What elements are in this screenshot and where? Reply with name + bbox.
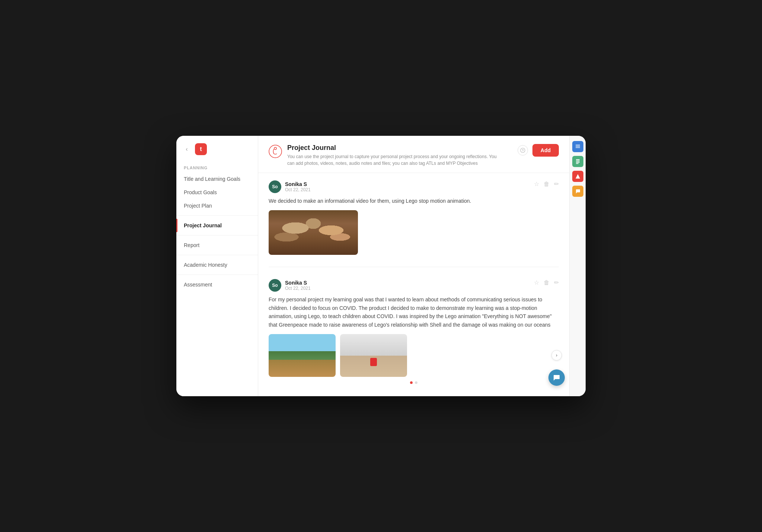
project-journal-icon bbox=[269, 145, 282, 158]
sidebar-divider-4 bbox=[176, 275, 258, 275]
svg-rect-10 bbox=[576, 163, 579, 164]
sidebar-item-report[interactable]: Report bbox=[176, 238, 258, 252]
star-icon-2[interactable]: ☆ bbox=[534, 279, 539, 286]
journal-content: So Sonika S Oct 22, 2021 ☆ 🗑 ✏ We decide… bbox=[258, 173, 569, 396]
sidebar-divider-2 bbox=[176, 235, 258, 235]
pagination-dots bbox=[269, 381, 559, 384]
entry-image-2a bbox=[269, 334, 336, 377]
entry-header-1: So Sonika S Oct 22, 2021 ☆ 🗑 ✏ bbox=[269, 180, 559, 193]
entry-username-2: Sonika S bbox=[285, 280, 311, 286]
sidebar-item-academic-honesty[interactable]: Academic Honesty bbox=[176, 258, 258, 272]
hint-button[interactable] bbox=[518, 145, 528, 156]
page-description: You can use the project journal to captu… bbox=[287, 153, 503, 167]
entry-username-1: Sonika S bbox=[285, 181, 311, 187]
planning-section-label: Planning bbox=[176, 163, 258, 172]
page-header: Project Journal You can use the project … bbox=[258, 136, 569, 173]
sidebar-divider-1 bbox=[176, 215, 258, 216]
delete-icon-1[interactable]: 🗑 bbox=[544, 181, 550, 188]
entry-images-1 bbox=[269, 210, 559, 255]
entry-image-2b bbox=[340, 334, 407, 377]
sidebar-header: ‹ t bbox=[176, 143, 258, 163]
svg-rect-5 bbox=[576, 146, 580, 147]
journal-entry-2: So Sonika S Oct 22, 2021 ☆ 🗑 ✏ For my pe… bbox=[269, 279, 559, 396]
svg-point-0 bbox=[269, 145, 282, 158]
delete-icon-2[interactable]: 🗑 bbox=[544, 279, 550, 286]
svg-marker-11 bbox=[576, 174, 580, 179]
svg-rect-6 bbox=[576, 147, 580, 148]
panel-icon-blue[interactable] bbox=[572, 141, 583, 152]
sidebar: ‹ t Planning Title and Learning Goals Pr… bbox=[176, 136, 258, 396]
svg-rect-8 bbox=[576, 161, 580, 161]
entry-meta-1: Sonika S Oct 22, 2021 bbox=[285, 181, 311, 192]
entry-text-2: For my personal project my learning goal… bbox=[269, 295, 559, 329]
sidebar-item-project-plan[interactable]: Project Plan bbox=[176, 199, 258, 212]
main-content: Project Journal You can use the project … bbox=[258, 136, 569, 396]
svg-point-2 bbox=[521, 148, 525, 153]
right-panel bbox=[569, 136, 586, 396]
entry-user-2: So Sonika S Oct 22, 2021 bbox=[269, 279, 311, 292]
image-next-button[interactable]: › bbox=[551, 350, 562, 360]
avatar-2: So bbox=[269, 279, 281, 292]
entry-date-2: Oct 22, 2021 bbox=[285, 286, 311, 291]
page-title: Project Journal bbox=[287, 144, 512, 152]
avatar-1: So bbox=[269, 180, 281, 193]
journal-entry-1: So Sonika S Oct 22, 2021 ☆ 🗑 ✏ We decide… bbox=[269, 180, 559, 267]
star-icon-1[interactable]: ☆ bbox=[534, 180, 539, 188]
add-button[interactable]: Add bbox=[532, 144, 559, 157]
sidebar-item-title-learning-goals[interactable]: Title and Learning Goals bbox=[176, 172, 258, 186]
entry-header-2: So Sonika S Oct 22, 2021 ☆ 🗑 ✏ bbox=[269, 279, 559, 292]
svg-point-3 bbox=[522, 151, 523, 151]
entry-images-2: › bbox=[269, 334, 559, 377]
back-button[interactable]: ‹ bbox=[182, 145, 191, 154]
svg-rect-9 bbox=[576, 162, 580, 163]
header-actions: Add bbox=[518, 144, 559, 157]
svg-rect-4 bbox=[576, 145, 580, 145]
panel-icon-orange[interactable] bbox=[572, 186, 583, 197]
edit-icon-2[interactable]: ✏ bbox=[554, 279, 559, 286]
entry-text-1: We decided to make an informational vide… bbox=[269, 197, 559, 205]
svg-point-1 bbox=[274, 147, 276, 150]
svg-rect-7 bbox=[576, 159, 580, 160]
sidebar-item-assessment[interactable]: Assessment bbox=[176, 278, 258, 291]
sidebar-item-project-journal[interactable]: Project Journal bbox=[176, 219, 258, 232]
dot-1 bbox=[410, 381, 413, 384]
entry-image-1 bbox=[269, 210, 358, 255]
entry-user-1: So Sonika S Oct 22, 2021 bbox=[269, 180, 311, 193]
panel-icon-red[interactable] bbox=[572, 171, 583, 182]
header-text: Project Journal You can use the project … bbox=[287, 144, 512, 167]
entry-date-1: Oct 22, 2021 bbox=[285, 187, 311, 192]
chat-fab-button[interactable] bbox=[548, 369, 565, 386]
sidebar-item-product-goals[interactable]: Product Goals bbox=[176, 186, 258, 199]
app-logo: t bbox=[195, 143, 207, 155]
edit-icon-1[interactable]: ✏ bbox=[554, 180, 559, 188]
entry-meta-2: Sonika S Oct 22, 2021 bbox=[285, 280, 311, 291]
dot-2 bbox=[415, 381, 417, 384]
panel-icon-green[interactable] bbox=[572, 156, 583, 167]
entry-actions-2: ☆ 🗑 ✏ bbox=[534, 279, 559, 286]
entry-actions-1: ☆ 🗑 ✏ bbox=[534, 180, 559, 188]
sidebar-divider-3 bbox=[176, 255, 258, 255]
